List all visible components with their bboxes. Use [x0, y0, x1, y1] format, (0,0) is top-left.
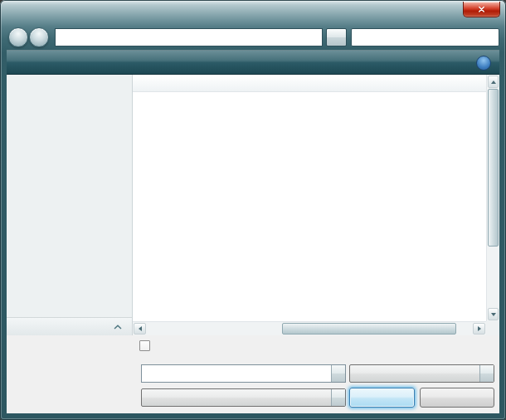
horizontal-scrollbar[interactable] — [133, 321, 486, 335]
scroll-up-button[interactable] — [488, 76, 499, 88]
vertical-scroll-thumb[interactable] — [488, 89, 499, 247]
command-toolbar — [7, 50, 499, 75]
filename-combobox — [141, 364, 346, 383]
breadcrumb[interactable] — [55, 28, 323, 46]
dialog-footer — [7, 335, 499, 413]
triangle-right-icon — [478, 326, 481, 331]
refresh-button[interactable] — [326, 28, 347, 46]
filetype-combobox[interactable] — [349, 364, 494, 383]
filename-row — [7, 364, 499, 383]
filename-dropdown-button[interactable] — [331, 365, 345, 382]
refresh-icon — [331, 32, 343, 43]
file-list — [133, 75, 499, 335]
back-arrow-icon — [12, 32, 25, 44]
forward-arrow-icon — [33, 32, 46, 44]
version-combobox[interactable] — [141, 388, 346, 407]
list-column-headers — [133, 75, 486, 92]
horizontal-scroll-thumb[interactable] — [282, 323, 456, 335]
triangle-up-icon — [491, 81, 496, 84]
scroll-down-button[interactable] — [488, 308, 499, 320]
scroll-right-button[interactable] — [473, 323, 485, 335]
folders-expander[interactable] — [7, 317, 132, 335]
back-button[interactable] — [8, 27, 28, 47]
open-button[interactable] — [349, 388, 415, 408]
triangle-down-icon — [491, 313, 496, 316]
triangle-left-icon — [139, 326, 142, 331]
titlebar[interactable] — [0, 0, 506, 25]
close-button[interactable] — [463, 2, 500, 17]
favorites-header — [7, 75, 132, 89]
readonly-checkbox-row[interactable] — [139, 340, 155, 351]
folder-icon — [59, 32, 71, 44]
version-dropdown-button[interactable] — [331, 389, 345, 406]
cancel-button[interactable] — [420, 388, 494, 408]
vertical-scrollbar[interactable] — [486, 75, 499, 321]
search-icon[interactable] — [484, 32, 496, 44]
checkbox[interactable] — [139, 340, 150, 351]
navigation-bar — [0, 25, 506, 50]
search-input[interactable] — [357, 32, 484, 42]
close-icon — [476, 4, 487, 15]
chevron-up-icon — [114, 325, 122, 330]
list-rows — [133, 92, 486, 321]
open-dialog-window — [0, 0, 506, 420]
search-box — [351, 28, 499, 46]
dialog-content — [7, 75, 499, 335]
filetype-dropdown-button[interactable] — [479, 365, 494, 382]
forward-button[interactable] — [29, 27, 49, 47]
help-button[interactable] — [476, 56, 491, 71]
window-icon — [8, 6, 22, 19]
navigation-pane — [7, 75, 133, 335]
filename-input[interactable] — [142, 365, 331, 382]
scrollbar-corner — [486, 321, 499, 335]
version-row — [7, 388, 499, 408]
scroll-left-button[interactable] — [134, 323, 146, 335]
